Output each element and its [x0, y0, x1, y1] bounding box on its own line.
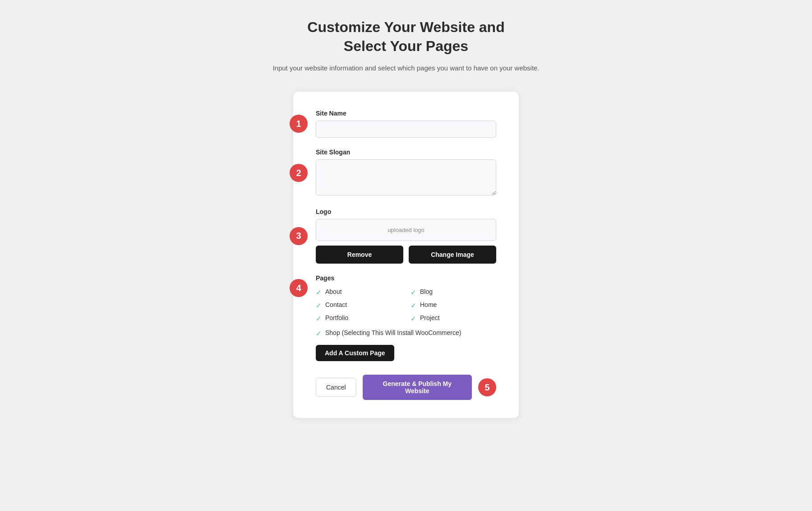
pages-section: Pages ✓ About ✓ Blog ✓ Contact: [316, 274, 496, 361]
site-name-input[interactable]: [316, 121, 496, 138]
generate-publish-button[interactable]: Generate & Publish My Website: [363, 375, 472, 400]
logo-field-group: 3 Logo uploaded logo Remove Change Image: [316, 208, 496, 264]
logo-label: Logo: [316, 208, 496, 215]
pages-grid: ✓ About ✓ Blog ✓ Contact ✓ Home: [316, 288, 496, 323]
pages-section-wrapper: 4 Pages ✓ About ✓ Blog ✓ Contac: [316, 274, 496, 361]
site-name-label: Site Name: [316, 110, 496, 117]
step-badge-5: 5: [478, 378, 496, 396]
page-item-home: ✓ Home: [411, 301, 496, 310]
page-item-shop: ✓ Shop (Selecting This Will Install WooC…: [316, 329, 496, 338]
check-icon-home: ✓: [411, 302, 416, 310]
form-footer: Cancel Generate & Publish My Website 5: [316, 375, 496, 400]
page-item-blog: ✓ Blog: [411, 288, 496, 297]
page-header: Customize Your Website and Select Your P…: [272, 18, 539, 74]
check-icon-about: ✓: [316, 288, 322, 297]
page-item-project: ✓ Project: [411, 314, 496, 323]
page-item-portfolio: ✓ Portfolio: [316, 314, 401, 323]
check-icon-project: ✓: [411, 315, 416, 323]
step-badge-4: 4: [290, 279, 308, 297]
logo-preview: uploaded logo: [316, 219, 496, 241]
cancel-button[interactable]: Cancel: [316, 378, 356, 397]
logo-buttons: Remove Change Image: [316, 246, 496, 264]
check-icon-portfolio: ✓: [316, 315, 322, 323]
site-name-field-group: 1 Site Name: [316, 110, 496, 138]
check-icon-contact: ✓: [316, 302, 322, 310]
page-subtitle: Input your website information and selec…: [272, 63, 539, 74]
step-badge-3: 3: [290, 227, 308, 245]
step-badge-1: 1: [290, 115, 308, 133]
add-custom-page-button[interactable]: Add A Custom Page: [316, 345, 394, 361]
site-slogan-field-group: 2 Site Slogan: [316, 149, 496, 197]
page-item-contact: ✓ Contact: [316, 301, 401, 310]
remove-button[interactable]: Remove: [316, 246, 403, 264]
step-badge-2: 2: [290, 164, 308, 182]
check-icon-shop: ✓: [316, 330, 322, 338]
form-card: 1 Site Name 2 Site Slogan 3 Logo uploade…: [293, 92, 519, 418]
check-icon-blog: ✓: [411, 288, 416, 297]
page-item-about: ✓ About: [316, 288, 401, 297]
pages-label: Pages: [316, 274, 496, 282]
site-slogan-input[interactable]: [316, 159, 496, 195]
page-title: Customize Your Website and Select Your P…: [272, 18, 539, 56]
change-image-button[interactable]: Change Image: [409, 246, 496, 264]
site-slogan-label: Site Slogan: [316, 149, 496, 156]
